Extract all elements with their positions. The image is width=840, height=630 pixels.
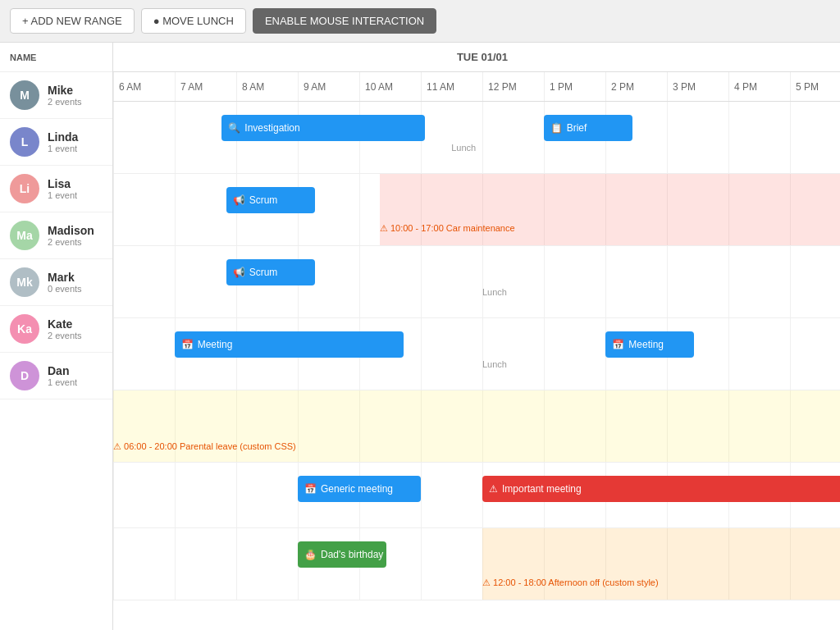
cell-madison-10	[728, 318, 790, 390]
cell-dan-6	[482, 528, 544, 600]
avatar-dan: D	[10, 361, 39, 390]
event-madison-0[interactable]: 📅Meeting	[175, 331, 404, 358]
cell-mike-9	[667, 102, 728, 173]
sidebar-item-kate[interactable]: Ka Kate 2 events	[0, 306, 112, 353]
cell-linda-5	[421, 174, 482, 245]
cell-lisa-11	[790, 246, 840, 317]
add-range-button[interactable]: + ADD NEW RANGE	[10, 8, 135, 34]
cell-mark-5	[421, 390, 482, 462]
cell-kate-0	[113, 463, 175, 527]
cell-madison-0	[113, 318, 175, 390]
sidebar-item-lisa[interactable]: Li Lisa 1 event	[0, 166, 112, 212]
event-kate-0[interactable]: 📅Generic meeting	[298, 476, 421, 502]
event-madison-1[interactable]: 📅Meeting	[605, 331, 694, 358]
cell-mike-10	[728, 102, 790, 173]
cell-madison-11	[790, 318, 840, 390]
time-label-5pm: 5 PM	[790, 72, 840, 101]
person-name-mark: Mark	[48, 271, 82, 284]
person-name-dan: Dan	[48, 364, 77, 377]
cell-mark-9	[667, 390, 728, 462]
person-name-linda: Linda	[48, 130, 78, 144]
time-label-11am: 11 AM	[421, 72, 482, 101]
event-dan-0[interactable]: 🎂Dad's birthday	[298, 541, 386, 568]
event-icon-mike-0: 🔍	[228, 122, 240, 134]
sidebar-item-madison[interactable]: Ma Madison 2 events	[0, 212, 112, 259]
cell-mike-5	[421, 102, 482, 173]
cell-mark-2	[236, 390, 298, 462]
cell-mark-3	[298, 390, 359, 462]
cell-mark-8	[605, 390, 667, 462]
cell-kate-5	[421, 463, 482, 527]
cal-row-mark: ⚠ 06:00 - 20:00 Parental leave (custom C…	[113, 390, 840, 463]
event-lisa-0[interactable]: 📢Scrum	[226, 259, 315, 285]
event-icon-lisa-0: 📢	[233, 267, 245, 278]
cell-dan-11	[790, 528, 840, 600]
enable-mouse-button[interactable]: ENABLE MOUSE INTERACTION	[253, 8, 436, 34]
event-mike-0[interactable]: 🔍Investigation	[221, 115, 425, 141]
person-name-kate: Kate	[48, 317, 82, 331]
cal-row-dan: 🎂Dad's birthday⚠ 12:00 - 18:00 Afternoon…	[113, 528, 840, 600]
cell-mark-0	[113, 390, 175, 462]
cell-kate-1	[175, 463, 236, 527]
avatar-kate: Ka	[10, 314, 39, 344]
person-name-mike: Mike	[48, 84, 82, 97]
time-label-12pm: 12 PM	[482, 72, 544, 101]
cell-mike-11	[790, 102, 840, 173]
sidebar-item-dan[interactable]: D Dan 1 event	[0, 353, 112, 399]
cell-lisa-9	[667, 246, 728, 317]
cell-mike-0	[113, 102, 175, 173]
cell-mark-7	[544, 390, 605, 462]
time-label-9am: 9 AM	[298, 72, 359, 101]
time-label-6am: 6 AM	[113, 72, 175, 101]
event-mike-1[interactable]: 📋Brief	[544, 115, 632, 141]
cell-linda-8	[605, 174, 667, 245]
sidebar-item-mike[interactable]: M Mike 2 events	[0, 72, 112, 119]
cell-dan-0	[113, 528, 175, 600]
cell-dan-7	[544, 528, 605, 600]
event-label-madison-0: Meeting	[198, 339, 233, 350]
event-icon-linda-0: 📢	[233, 194, 245, 206]
event-icon-kate-0: 📅	[304, 483, 317, 495]
cell-lisa-7	[544, 246, 605, 317]
event-kate-1[interactable]: ⚠Important meeting	[482, 476, 840, 502]
event-label-kate-0: Generic meeting	[321, 483, 393, 495]
cell-madison-5	[421, 318, 482, 390]
event-icon-dan-0: 🎂	[304, 549, 317, 560]
cal-row-lisa: 📢ScrumLunch	[113, 246, 840, 318]
time-label-8am: 8 AM	[236, 72, 298, 101]
time-label-10am: 10 AM	[359, 72, 421, 101]
cell-linda-6	[482, 174, 544, 245]
person-name-madison: Madison	[48, 224, 94, 237]
avatar-madison: Ma	[10, 221, 39, 250]
time-label-2pm: 2 PM	[605, 72, 667, 101]
event-label-dan-0: Dad's birthday	[321, 549, 383, 560]
time-label-7am: 7 AM	[175, 72, 236, 101]
cal-row-kate: 📅Generic meeting⚠Important meeting	[113, 463, 840, 528]
cell-dan-1	[175, 528, 236, 600]
person-events-madison: 2 events	[48, 237, 94, 247]
event-linda-0[interactable]: 📢Scrum	[226, 187, 315, 213]
move-lunch-button[interactable]: ● MOVE LUNCH	[141, 8, 246, 34]
avatar-mark: Mk	[10, 267, 39, 297]
cell-linda-4	[359, 174, 421, 245]
event-label-mike-1: Brief	[567, 122, 587, 134]
person-events-mark: 0 events	[48, 284, 82, 294]
person-events-dan: 1 event	[48, 377, 77, 387]
event-label-mike-0: Investigation	[244, 122, 299, 134]
event-label-linda-0: Scrum	[249, 194, 278, 206]
cell-dan-10	[728, 528, 790, 600]
sidebar-item-mark[interactable]: Mk Mark 0 events	[0, 259, 112, 306]
cell-madison-7	[544, 318, 605, 390]
person-events-mike: 2 events	[48, 97, 82, 107]
cell-kate-2	[236, 463, 298, 527]
cell-madison-6	[482, 318, 544, 390]
sidebar-item-linda[interactable]: L Linda 1 event	[0, 119, 112, 166]
event-label-madison-1: Meeting	[628, 339, 664, 350]
cell-mike-6	[482, 102, 544, 173]
event-label-kate-1: Important meeting	[502, 483, 582, 495]
event-icon-mike-1: 📋	[550, 122, 563, 134]
cell-lisa-8	[605, 246, 667, 317]
avatar-lisa: Li	[10, 174, 39, 203]
cell-lisa-6	[482, 246, 544, 317]
person-events-kate: 2 events	[48, 331, 82, 340]
